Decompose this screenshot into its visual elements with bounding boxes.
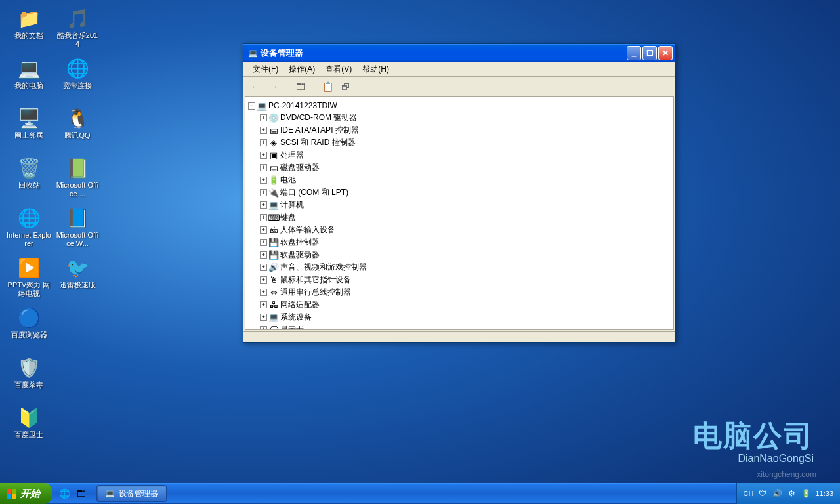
desktop-icon[interactable]: 💻我的电脑 (5, 55, 52, 104)
expand-icon[interactable]: + (260, 152, 267, 159)
expand-icon[interactable]: + (260, 214, 267, 221)
tree-node-label: 软盘控制器 (280, 237, 320, 248)
tray-icon[interactable]: 🔊 (772, 488, 782, 499)
expand-icon[interactable]: + (260, 226, 267, 234)
tree-node[interactable]: +🖧网络适配器 (260, 299, 671, 311)
tree-node[interactable]: +⇔通用串行总线控制器 (260, 286, 671, 299)
expand-icon[interactable]: + (260, 127, 267, 134)
tree-node-label: 声音、视频和游戏控制器 (280, 262, 367, 273)
taskbar-item-device-manager[interactable]: 💻 设备管理器 (96, 485, 167, 502)
desktop-icons: 📁我的文档🎵酷我音乐2014💻我的电脑🌐宽带连接🖥️网上邻居🐧腾讯QQ🗑️回收站… (5, 5, 101, 453)
tree-node[interactable]: +◈SCSI 和 RAID 控制器 (260, 136, 671, 149)
tree-root-node[interactable]: − 💻 PC-20141223TDIW (248, 100, 671, 112)
ql-show-desktop-icon[interactable]: 🗔 (74, 486, 89, 501)
device-category-icon: 🖱 (268, 275, 279, 285)
tree-content[interactable]: − 💻 PC-20141223TDIW +💿DVD/CD-ROM 驱动器+🖴ID… (245, 96, 674, 330)
close-button[interactable]: ✕ (658, 46, 673, 60)
menu-help[interactable]: 帮助(H) (357, 62, 394, 76)
tool-properties-icon[interactable]: 📋 (320, 79, 335, 94)
desktop-icon[interactable]: 🐦迅雷极速版 (54, 255, 101, 303)
tree-node-label: 端口 (COM 和 LPT) (280, 187, 348, 198)
menu-action[interactable]: 操作(A) (284, 62, 320, 76)
desktop-icon[interactable]: 📗Microsoft Office ... (54, 155, 101, 203)
desktop-icon[interactable]: 🐧腾讯QQ (54, 105, 101, 154)
expand-icon[interactable]: + (260, 189, 267, 196)
tree-node[interactable]: +💻计算机 (260, 199, 671, 211)
expand-icon[interactable]: + (260, 201, 267, 209)
window-title: 设备管理器 (261, 47, 627, 59)
titlebar[interactable]: 💻 设备管理器 _ ☐ ✕ (243, 44, 675, 62)
start-button[interactable]: 开始 (0, 483, 52, 504)
minimize-button[interactable]: _ (627, 46, 641, 60)
expand-icon[interactable]: + (260, 164, 267, 171)
desktop-icon[interactable]: 🛡️百度杀毒 (5, 354, 52, 403)
tree-node[interactable]: +🖱鼠标和其它指针设备 (260, 274, 671, 286)
desktop-icon[interactable]: 🖥️网上邻居 (5, 105, 52, 154)
tree-node[interactable]: +🖵显示卡 (260, 324, 671, 330)
language-indicator[interactable]: CH (744, 490, 754, 497)
tree-node[interactable]: +🔋电池 (260, 174, 671, 186)
expand-icon[interactable]: + (260, 276, 267, 284)
expand-icon[interactable]: + (260, 314, 267, 321)
toolbar: ← → 🗔 📋 🗗 (243, 77, 675, 96)
tree-node[interactable]: +🔌端口 (COM 和 LPT) (260, 186, 671, 199)
tool-show-hide-console-tree-icon[interactable]: 🗔 (293, 79, 308, 94)
windows-logo-icon (7, 489, 16, 499)
desktop-icon[interactable]: 🎵酷我音乐2014 (54, 5, 101, 54)
device-category-icon: 🔊 (268, 262, 279, 273)
tree-node[interactable]: +🖮人体学输入设备 (260, 224, 671, 236)
tree-node-label: 网络适配器 (280, 299, 320, 310)
device-category-icon: 🖮 (268, 225, 279, 236)
desktop-icon[interactable]: 🌐Internet Explorer (5, 205, 52, 253)
desktop-icon[interactable]: 🌐宽带连接 (54, 55, 101, 104)
tree-node[interactable]: +💿DVD/CD-ROM 驱动器 (260, 112, 671, 124)
desktop-icon[interactable]: 🔰百度卫士 (5, 404, 52, 453)
icon-label: Microsoft Office W... (55, 231, 100, 248)
expand-icon[interactable]: + (260, 139, 267, 146)
clock[interactable]: 11:33 (815, 490, 833, 497)
app-icon: 🗑️ (17, 156, 41, 180)
icon-label: 我的文档 (14, 32, 43, 40)
tree-node[interactable]: +🖴磁盘驱动器 (260, 161, 671, 174)
tree-node-label: 键盘 (280, 212, 296, 223)
tree-node[interactable]: +🖴IDE ATA/ATAPI 控制器 (260, 124, 671, 136)
tray-icon[interactable]: 🛡 (757, 488, 768, 499)
expand-icon[interactable]: + (260, 289, 267, 296)
expand-icon[interactable]: + (260, 301, 267, 308)
icon-label: Internet Explorer (7, 231, 51, 248)
desktop-icon[interactable]: 🔵百度浏览器 (5, 304, 52, 353)
desktop-icon[interactable]: ▶️PPTV聚力 网络电视 (5, 255, 52, 303)
forward-button: → (266, 79, 282, 94)
tree-node[interactable]: +▣处理器 (260, 149, 671, 161)
tree-node[interactable]: +⌨键盘 (260, 211, 671, 224)
expand-icon[interactable]: + (260, 264, 267, 271)
desktop-icon[interactable]: 🗑️回收站 (5, 155, 52, 203)
tree-node[interactable]: +🔊声音、视频和游戏控制器 (260, 261, 671, 274)
desktop-icon[interactable]: 📁我的文档 (5, 5, 52, 54)
menu-file[interactable]: 文件(F) (247, 62, 284, 76)
expand-icon[interactable]: + (260, 177, 267, 184)
tree-node[interactable]: +💻系统设备 (260, 311, 671, 324)
tree-node[interactable]: +💾软盘驱动器 (260, 249, 671, 261)
menu-view[interactable]: 查看(V) (320, 62, 357, 76)
expand-icon[interactable]: + (260, 326, 267, 330)
tray-icon[interactable]: ⚙ (786, 488, 797, 499)
expand-icon[interactable]: + (260, 114, 267, 121)
tray-icon[interactable]: 🔋 (801, 488, 811, 499)
app-icon: 🔵 (17, 306, 41, 329)
watermark: xitongcheng.com (757, 470, 816, 479)
icon-label: 腾讯QQ (64, 131, 90, 140)
tree-node[interactable]: +💾软盘控制器 (260, 236, 671, 249)
expand-icon[interactable]: + (260, 239, 267, 246)
maximize-button[interactable]: ☐ (642, 46, 657, 60)
app-icon: 🌐 (66, 56, 89, 80)
tool-scan-hardware-icon[interactable]: 🗗 (338, 79, 354, 94)
expand-icon[interactable]: + (260, 251, 267, 259)
device-category-icon: ⌨ (268, 213, 279, 223)
tree-node-label: 通用串行总线控制器 (280, 287, 351, 298)
desktop-icon[interactable]: 📘Microsoft Office W... (54, 205, 101, 253)
collapse-icon[interactable]: − (248, 102, 255, 110)
computer-icon: 💻 (257, 100, 267, 111)
tree-node-label: SCSI 和 RAID 控制器 (280, 137, 356, 148)
ql-ie-icon[interactable]: 🌐 (57, 486, 72, 501)
